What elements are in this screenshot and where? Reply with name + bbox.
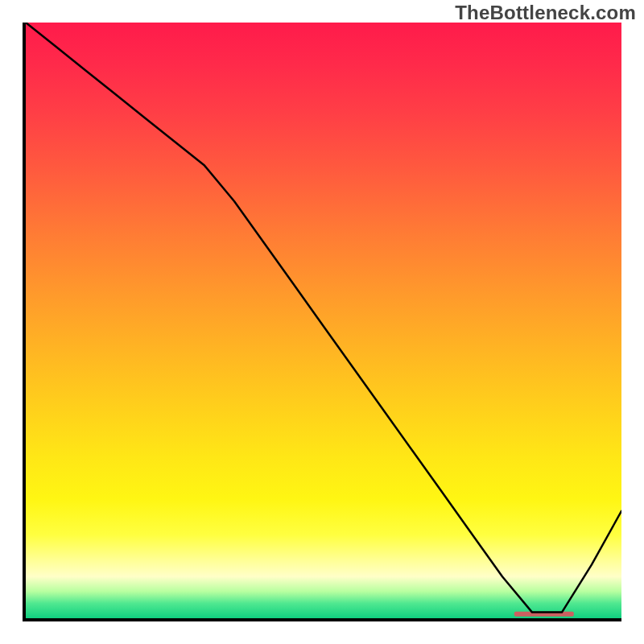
watermark-text: TheBottleneck.com [455, 2, 636, 24]
axes-frame [23, 23, 621, 621]
chart-stage: TheBottleneck.com [0, 0, 644, 644]
